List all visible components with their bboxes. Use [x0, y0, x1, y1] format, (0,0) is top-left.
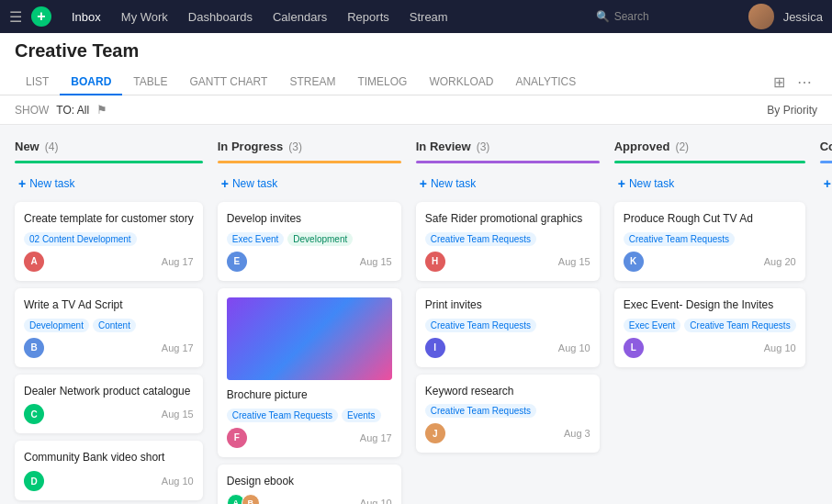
column-count-inreview: (3): [477, 140, 490, 153]
task-title: Exec Event- Design the Invites: [624, 297, 796, 313]
task-tag: Exec Event: [624, 319, 681, 332]
avatar[interactable]: [748, 4, 774, 29]
avatar-2: B: [242, 494, 260, 504]
column-header-approved: Approved (2): [614, 140, 805, 153]
column-title-approved: Approved: [614, 140, 670, 153]
task-card[interactable]: Dealer Network product catalogue C Aug 1…: [15, 375, 203, 434]
view-icon-button[interactable]: ⊞: [766, 69, 792, 95]
new-task-btn-completed[interactable]: +New task: [820, 171, 832, 196]
task-card[interactable]: Keyword researchCreative Team Requests J…: [416, 375, 600, 454]
task-date: Aug 10: [558, 342, 590, 353]
task-card[interactable]: Write a TV Ad ScriptDevelopmentContent B…: [15, 288, 203, 367]
priority-filter[interactable]: By Priority: [767, 104, 817, 117]
task-date: Aug 20: [764, 256, 796, 267]
task-title: Create template for customer story: [24, 211, 194, 227]
task-footer: F Aug 17: [227, 428, 392, 448]
column-new: New (4) +New taskCreate template for cus…: [15, 140, 203, 504]
add-button[interactable]: +: [31, 6, 51, 27]
task-tag: Events: [342, 409, 381, 422]
nav-inbox[interactable]: Inbox: [64, 10, 108, 24]
task-date: Aug 10: [162, 476, 194, 487]
task-avatar: E: [227, 252, 247, 272]
new-task-btn-inreview[interactable]: +New task: [416, 171, 600, 196]
tab-board[interactable]: BOARD: [60, 70, 122, 95]
tab-stream[interactable]: STREAM: [278, 70, 346, 95]
task-tags: Creative Team Requests: [425, 232, 590, 246]
task-tags: Exec EventDevelopment: [227, 232, 392, 246]
nav-stream[interactable]: Stream: [402, 10, 455, 24]
search-input[interactable]: [589, 7, 736, 26]
task-avatar: B: [24, 338, 44, 358]
more-options-icon[interactable]: ⋯: [792, 69, 817, 95]
view-tabs: LIST BOARD TABLE GANTT CHART STREAM TIME…: [15, 69, 817, 95]
task-card[interactable]: Safe Rider promotional graphicsCreative …: [416, 202, 600, 281]
task-avatar: J: [425, 423, 445, 443]
task-card[interactable]: Print invitesCreative Team Requests I Au…: [416, 288, 600, 367]
task-card[interactable]: Produce Rough Cut TV AdCreative Team Req…: [614, 202, 805, 281]
topnav: ☰ + Inbox My Work Dashboards Calendars R…: [0, 0, 832, 33]
task-footer: I Aug 10: [425, 338, 590, 358]
task-title: Dealer Network product catalogue: [24, 384, 194, 399]
task-tag: Creative Team Requests: [624, 232, 735, 246]
tab-gantt[interactable]: GANTT CHART: [178, 70, 278, 95]
task-footer: A Aug 17: [24, 252, 194, 272]
tab-workload[interactable]: WORKLOAD: [418, 70, 504, 95]
task-tag: Creative Team Requests: [425, 404, 536, 418]
subheader: Creative Team LIST BOARD TABLE GANTT CHA…: [0, 33, 832, 95]
task-tag: Development: [24, 319, 89, 332]
task-tag: Creative Team Requests: [227, 409, 338, 422]
nav-reports[interactable]: Reports: [340, 10, 397, 24]
task-footer: H Aug 15: [425, 252, 590, 272]
filter-icon[interactable]: ⚑: [96, 103, 107, 117]
column-header-inreview: In Review (3): [416, 140, 600, 153]
task-avatar: L: [624, 338, 644, 358]
task-card[interactable]: Design ebook A B Aug 10 ≡ 2: [218, 465, 401, 504]
column-title-inreview: In Review: [416, 140, 471, 153]
column-approved: Approved (2) +New taskProduce Rough Cut …: [614, 140, 805, 375]
column-count-approved: (2): [675, 140, 689, 153]
username-label[interactable]: Jessica: [783, 10, 823, 24]
task-footer: L Aug 10: [624, 338, 796, 358]
task-date: Aug 17: [162, 342, 194, 353]
task-title: Design ebook: [227, 474, 392, 489]
task-tag: Exec Event: [227, 232, 285, 246]
tab-analytics[interactable]: ANALYTICS: [504, 70, 587, 95]
task-date: Aug 3: [564, 428, 590, 439]
hamburger-icon[interactable]: ☰: [9, 8, 22, 26]
show-label: SHOW: [15, 104, 49, 117]
task-card[interactable]: Create template for customer story02 Con…: [15, 202, 203, 281]
column-header-inprogress: In Progress (3): [218, 140, 401, 153]
column-title-new: New: [15, 140, 39, 153]
task-date: Aug 15: [558, 256, 590, 267]
task-tags: Creative Team Requests: [425, 404, 590, 418]
task-title: Produce Rough Cut TV Ad: [624, 211, 796, 227]
nav-dashboards[interactable]: Dashboards: [181, 10, 260, 24]
task-tag: Creative Team Requests: [425, 319, 536, 332]
task-card[interactable]: Community Bank video short D Aug 10: [15, 441, 203, 500]
column-header-new: New (4): [15, 140, 203, 153]
filterbar: SHOW TO: All ⚑ By Priority: [0, 95, 832, 125]
task-image: [227, 297, 392, 380]
task-avatar: H: [425, 252, 445, 272]
task-avatars: A B: [227, 494, 260, 504]
to-all-filter[interactable]: TO: All: [56, 104, 89, 117]
task-card[interactable]: Develop invitesExec EventDevelopment E A…: [218, 202, 401, 281]
task-card[interactable]: Brochure pictureCreative Team RequestsEv…: [218, 288, 401, 457]
task-avatar: D: [24, 471, 44, 491]
task-tag: Creative Team Requests: [684, 319, 795, 332]
task-footer: C Aug 15: [24, 404, 194, 424]
nav-mywork[interactable]: My Work: [114, 10, 175, 24]
new-task-btn-inprogress[interactable]: +New task: [218, 171, 401, 196]
new-task-btn-new[interactable]: +New task: [15, 171, 203, 196]
nav-calendars[interactable]: Calendars: [265, 10, 334, 24]
tab-list[interactable]: LIST: [15, 70, 60, 95]
task-card[interactable]: Exec Event- Design the InvitesExec Event…: [614, 288, 805, 367]
tab-table[interactable]: TABLE: [122, 70, 178, 95]
task-footer: A B Aug 10: [227, 494, 392, 504]
tab-timelog[interactable]: TIMELOG: [346, 70, 418, 95]
column-inreview: In Review (3) +New taskSafe Rider promot…: [416, 140, 600, 460]
column-title-inprogress: In Progress: [218, 140, 284, 153]
column-count-inprogress: (3): [288, 140, 302, 153]
new-task-btn-approved[interactable]: +New task: [614, 171, 805, 196]
column-count-new: (4): [45, 140, 59, 153]
